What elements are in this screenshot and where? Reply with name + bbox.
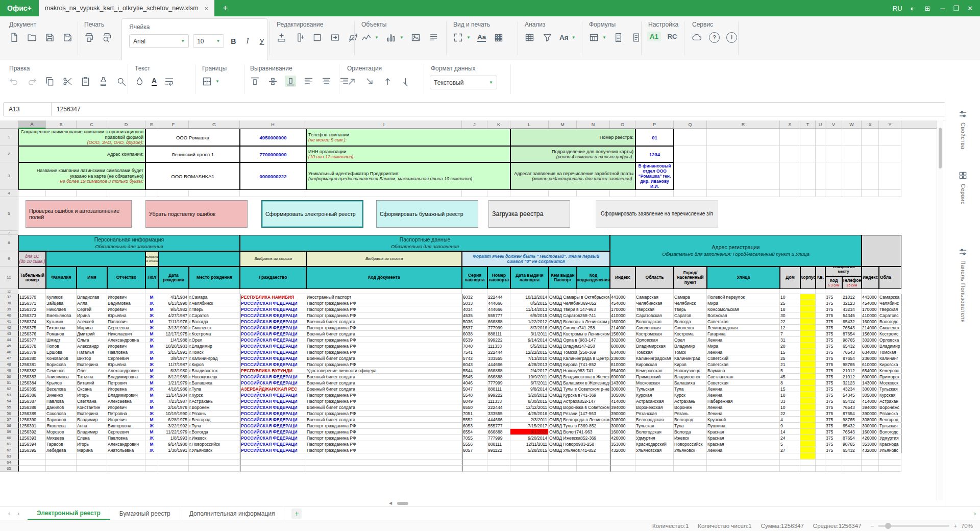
cell-X43[interactable]: 156000: [862, 331, 879, 337]
cell-V53[interactable]: 375: [825, 392, 842, 398]
chart-icon-chevron[interactable]: ▼: [400, 35, 404, 40]
new-document-icon[interactable]: [8, 32, 19, 43]
cell-U41[interactable]: [816, 319, 825, 325]
empty-cell[interactable]: [158, 289, 189, 294]
empty-cell[interactable]: [800, 190, 816, 197]
rc-reference-button[interactable]: RC: [668, 33, 677, 40]
cell-D47[interactable]: Сергеевич: [107, 355, 145, 361]
cell-E57[interactable]: М: [145, 417, 158, 423]
cell-F62[interactable]: 1/30/1991: [158, 447, 189, 453]
cell-L52[interactable]: 9/8/2014: [510, 386, 549, 392]
cell-V44[interactable]: 375: [825, 337, 842, 343]
cell-S50[interactable]: 45: [780, 374, 800, 380]
cell-Q44[interactable]: Орел: [674, 337, 707, 343]
cell-O45[interactable]: 600000: [610, 343, 635, 349]
cell-H52[interactable]: АЗЕРБАЙДЖАНСКАЯ РЕС: [240, 386, 306, 392]
cell-R48[interactable]: Советская: [707, 361, 780, 368]
cell-Y49[interactable]: Кемеровс: [879, 368, 901, 374]
cell-K45[interactable]: 111333: [487, 343, 510, 349]
cell-J48[interactable]: 6043: [462, 361, 487, 368]
cell-O62[interactable]: 432000: [610, 447, 635, 453]
empty-cell-H65[interactable]: [240, 466, 306, 472]
cell-B59[interactable]: Морозов: [46, 429, 77, 435]
empty-cell-B65[interactable]: [46, 466, 77, 472]
cell-X50[interactable]: 690000: [862, 374, 879, 380]
cell-D39[interactable]: Игоревич: [107, 306, 145, 312]
cell-U51[interactable]: [816, 380, 825, 386]
cell-A42[interactable]: 1256375: [18, 325, 46, 331]
cell-O56[interactable]: 390000: [610, 411, 635, 417]
document-tab[interactable]: makros_na_vypusk_kart_i_otkrytie_schetov…: [39, 0, 214, 16]
data-format-select[interactable]: Текстовый▼: [430, 76, 497, 89]
cell-A48[interactable]: 1256381: [18, 361, 46, 368]
cell-L48[interactable]: 4/28/2013: [510, 361, 549, 368]
scroll-left-icon[interactable]: ◀: [389, 501, 392, 505]
cell-M39[interactable]: ОМВД Твери в 147-963: [549, 306, 610, 312]
cell-K38[interactable]: 444666: [487, 300, 510, 306]
cell-U60[interactable]: [816, 435, 825, 441]
spreadsheet-grid[interactable]: ABCDEFGHIJKLMNOPQRSTUVWXY123457891112Сок…: [0, 120, 943, 500]
print-icon[interactable]: [83, 32, 94, 43]
cell-U57[interactable]: [816, 417, 825, 423]
restore-button[interactable]: ❐: [953, 5, 959, 12]
cell-P61[interactable]: Краснодарский: [635, 441, 674, 447]
cell-H57[interactable]: РОССИЙСКАЯ ФЕДЕРАЦИ: [240, 417, 306, 423]
cell-K55[interactable]: 222444: [487, 404, 510, 411]
empty-cell[interactable]: [842, 190, 862, 197]
cell-G54[interactable]: г.Астрахань: [189, 398, 240, 404]
cell-V37[interactable]: 375: [825, 294, 842, 300]
cell-D52[interactable]: Игоревна: [107, 386, 145, 392]
cell-T56[interactable]: [800, 411, 816, 417]
cell-J41[interactable]: 5036: [462, 319, 487, 325]
cell-G58[interactable]: г.Тула: [189, 423, 240, 429]
empty-cell-R65[interactable]: [707, 466, 780, 472]
cell-I47[interactable]: Военный билет солдата: [306, 355, 462, 361]
empty-cell-X65[interactable]: [862, 466, 879, 472]
cell-W37[interactable]: 21012: [842, 294, 862, 300]
cell-P42[interactable]: Смоленская: [635, 325, 674, 331]
cell-F39[interactable]: 9/5/1982: [158, 306, 189, 312]
cell-B45[interactable]: Попов: [46, 343, 77, 349]
empty-cell[interactable]: [674, 129, 707, 146]
cell-O51[interactable]: 143000: [610, 380, 635, 386]
cell-M59[interactable]: ОМВД Волог(741-963: [549, 429, 610, 435]
empty-cell-Q64[interactable]: [674, 460, 707, 466]
panel-collapse-icon[interactable]: ›: [974, 507, 980, 520]
row-header-48[interactable]: 48: [0, 361, 18, 368]
cell-C58[interactable]: Анна: [77, 423, 107, 429]
zoom-slider[interactable]: [878, 525, 949, 527]
cell-U52[interactable]: [816, 386, 825, 392]
cell-H48[interactable]: РОССИЙСКАЯ ФЕДЕРАЦИ: [240, 361, 306, 368]
cell-I50[interactable]: Военный билет солдата: [306, 374, 462, 380]
cell-V48[interactable]: 375: [825, 361, 842, 368]
cell-T41[interactable]: [800, 319, 816, 325]
info-icon[interactable]: i: [726, 32, 737, 43]
cell-B55[interactable]: Данилов: [46, 404, 77, 411]
help-icon[interactable]: ?: [709, 32, 720, 43]
cell-W46[interactable]: 76543: [842, 349, 862, 355]
cell-B48[interactable]: Борисова: [46, 361, 77, 368]
cell-U47[interactable]: [816, 355, 825, 361]
column-header-I[interactable]: I: [306, 120, 462, 129]
cell-W55[interactable]: 76543: [842, 404, 862, 411]
empty-cell-O64[interactable]: [610, 460, 635, 466]
function-icon-chevron[interactable]: ▼: [602, 35, 606, 40]
cell-J42[interactable]: 5537: [462, 325, 487, 331]
cell-C51[interactable]: Виталий: [77, 380, 107, 386]
cell-C48[interactable]: Екатерина: [77, 361, 107, 368]
row-header-51[interactable]: 51: [0, 380, 18, 386]
cell-J40[interactable]: 4535: [462, 312, 487, 319]
cell-V61[interactable]: 375: [825, 441, 842, 447]
cell-Q38[interactable]: Челябинск: [674, 300, 707, 306]
theme-toggle[interactable]: ◐▼: [911, 5, 917, 12]
cell-J47[interactable]: 5742: [462, 355, 487, 361]
empty-cell-A65[interactable]: [18, 466, 46, 472]
cell-S56[interactable]: 22: [780, 411, 800, 417]
cell-Y45[interactable]: Владимир: [879, 343, 901, 349]
empty-cell[interactable]: [825, 146, 842, 162]
a1-reference-button[interactable]: A1: [647, 32, 661, 41]
cell-V40[interactable]: 375: [825, 312, 842, 319]
empty-cell-B63[interactable]: [46, 453, 77, 460]
cell-E58[interactable]: Ж: [145, 423, 158, 429]
company-value-3[interactable]: OOO ROMASHKA1: [145, 162, 240, 190]
